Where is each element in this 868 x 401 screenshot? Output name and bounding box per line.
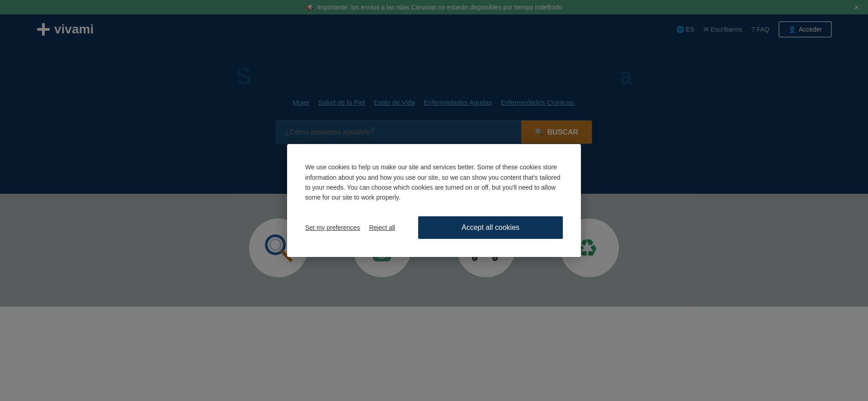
cookie-modal: We use cookies to help us make our site … — [287, 144, 581, 257]
cookie-modal-overlay: We use cookies to help us make our site … — [0, 0, 868, 401]
cookie-modal-text: We use cookies to help us make our site … — [305, 162, 563, 203]
set-preferences-button[interactable]: Set my preferences — [305, 224, 360, 231]
accept-all-cookies-button[interactable]: Accept all cookies — [418, 216, 563, 239]
reject-all-button[interactable]: Reject all — [369, 224, 395, 231]
cookie-modal-actions: Set my preferences Reject all Accept all… — [305, 216, 563, 239]
